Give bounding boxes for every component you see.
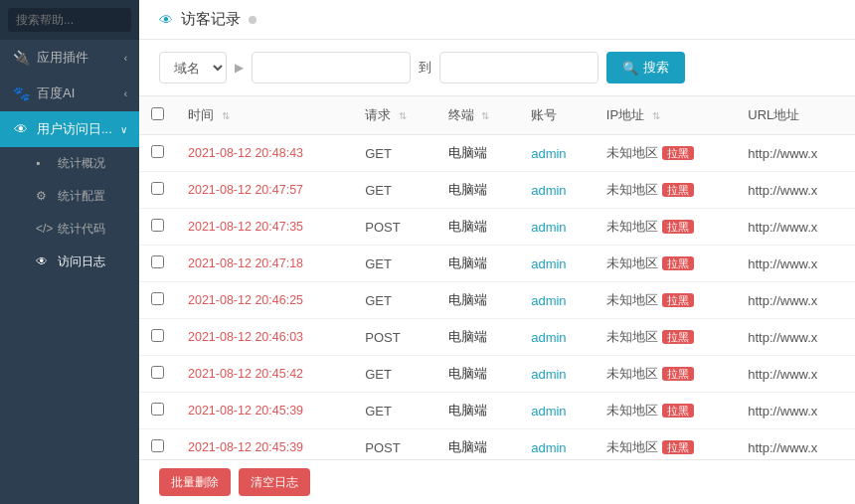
td-time-0: 2021-08-12 20:48:43 <box>176 135 353 172</box>
ban-badge-0[interactable]: 拉黑 <box>662 146 694 160</box>
search-input[interactable] <box>8 8 131 32</box>
gear-sidebar-icon: ⚙ <box>36 189 52 205</box>
clear-log-button[interactable]: 清空日志 <box>239 468 310 496</box>
row-checkbox-0[interactable] <box>151 145 164 158</box>
date-end-input[interactable] <box>439 52 598 84</box>
td-checkbox-1 <box>139 172 176 209</box>
td-account-5[interactable]: admin <box>519 319 595 356</box>
sidebar-item-stats-code[interactable]: </> 统计代码 <box>0 213 139 246</box>
ban-badge-2[interactable]: 拉黑 <box>662 220 694 234</box>
td-method-8: POST <box>353 429 435 460</box>
sidebar-item-stats-code-label: 统计代码 <box>58 221 105 238</box>
th-terminal: 终端 ⇅ <box>436 96 519 135</box>
sidebar-item-apps[interactable]: 🔌 应用插件 ‹ <box>0 40 139 76</box>
ban-badge-5[interactable]: 拉黑 <box>662 330 694 344</box>
sort-time-icon[interactable]: ⇅ <box>222 110 230 121</box>
td-method-1: GET <box>353 172 435 209</box>
sidebar-item-stats-config-label: 统计配置 <box>58 188 105 205</box>
ban-badge-7[interactable]: 拉黑 <box>662 404 694 418</box>
td-terminal-0: 电脑端 <box>436 135 519 172</box>
table-container: 时间 ⇅ 请求 ⇅ 终端 ⇅ 账号 IP地址 <box>139 96 855 459</box>
td-account-7[interactable]: admin <box>519 393 595 429</box>
td-account-8[interactable]: admin <box>519 429 595 460</box>
chevron-icon-3: ∨ <box>120 124 127 135</box>
table-row: 2021-08-12 20:45:39 POST 电脑端 admin 未知地区拉… <box>139 429 855 460</box>
search-button-label: 搜索 <box>643 59 669 77</box>
sidebar-item-baidu[interactable]: 🐾 百度AI ‹ <box>0 76 139 111</box>
sidebar-item-user-visit-label: 用户访问日... <box>37 120 112 138</box>
date-start-input[interactable] <box>252 52 411 84</box>
td-checkbox-7 <box>139 393 176 429</box>
batch-delete-button[interactable]: 批量删除 <box>159 468 231 496</box>
sort-ip-icon[interactable]: ⇅ <box>652 110 660 121</box>
td-checkbox-2 <box>139 209 176 246</box>
ban-badge-8[interactable]: 拉黑 <box>662 440 694 454</box>
eye-log-icon: 👁 <box>36 254 52 270</box>
td-checkbox-6 <box>139 356 176 393</box>
sidebar-item-visit-log[interactable]: 👁 访问日志 <box>0 246 139 278</box>
table-row: 2021-08-12 20:45:39 GET 电脑端 admin 未知地区拉黑… <box>139 393 855 429</box>
sidebar-item-stats-overview[interactable]: ▪ 统计概况 <box>0 147 139 180</box>
row-checkbox-6[interactable] <box>151 366 164 379</box>
domain-select[interactable]: 域名 <box>159 52 227 84</box>
td-account-0[interactable]: admin <box>519 135 595 172</box>
sidebar-item-visit-log-label: 访问日志 <box>58 253 105 270</box>
td-account-1[interactable]: admin <box>519 172 595 209</box>
chevron-icon: ‹ <box>124 53 127 64</box>
td-terminal-8: 电脑端 <box>436 429 519 460</box>
ban-badge-6[interactable]: 拉黑 <box>662 367 694 381</box>
td-method-5: POST <box>353 319 435 356</box>
td-account-2[interactable]: admin <box>519 209 595 246</box>
td-account-4[interactable]: admin <box>519 282 595 319</box>
sidebar-item-stats-config[interactable]: ⚙ 统计配置 <box>0 180 139 213</box>
row-checkbox-4[interactable] <box>151 292 164 305</box>
page-header: 👁 访客记录 <box>139 0 855 40</box>
chart-icon: ▪ <box>36 156 52 172</box>
td-method-4: GET <box>353 282 435 319</box>
td-terminal-1: 电脑端 <box>436 172 519 209</box>
filter-arrow-icon: ▶ <box>235 61 244 75</box>
th-time: 时间 ⇅ <box>176 96 353 135</box>
td-url-7: http://www.x <box>736 393 855 429</box>
td-method-6: GET <box>353 356 435 393</box>
search-button[interactable]: 🔍 搜索 <box>606 52 685 84</box>
th-url: URL地址 <box>736 96 855 135</box>
row-checkbox-5[interactable] <box>151 329 164 342</box>
td-url-5: http://www.x <box>736 319 855 356</box>
row-checkbox-3[interactable] <box>151 255 164 268</box>
td-method-3: GET <box>353 246 435 282</box>
sort-request-icon[interactable]: ⇅ <box>399 110 407 121</box>
td-time-6: 2021-08-12 20:45:42 <box>176 356 353 393</box>
eye-sidebar-icon: 👁 <box>12 120 30 138</box>
row-checkbox-8[interactable] <box>151 439 164 452</box>
chevron-icon-2: ‹ <box>124 88 127 99</box>
row-checkbox-7[interactable] <box>151 403 164 416</box>
ban-badge-4[interactable]: 拉黑 <box>662 293 694 307</box>
td-url-0: http://www.x <box>736 135 855 172</box>
td-ip-1: 未知地区拉黑 <box>595 172 736 209</box>
filter-bar: 域名 ▶ 到 🔍 搜索 <box>139 40 855 96</box>
td-time-1: 2021-08-12 20:47:57 <box>176 172 353 209</box>
td-account-6[interactable]: admin <box>519 356 595 393</box>
code-icon: </> <box>36 222 52 238</box>
table-row: 2021-08-12 20:48:43 GET 电脑端 admin 未知地区拉黑… <box>139 135 855 172</box>
row-checkbox-1[interactable] <box>151 182 164 195</box>
td-ip-7: 未知地区拉黑 <box>595 393 736 429</box>
td-method-2: POST <box>353 209 435 246</box>
ban-badge-1[interactable]: 拉黑 <box>662 183 694 197</box>
td-url-6: http://www.x <box>736 356 855 393</box>
page-title: 访客记录 <box>181 10 241 29</box>
sidebar-item-user-visit[interactable]: 👁 用户访问日... ∨ <box>0 111 139 147</box>
apps-icon: 🔌 <box>12 49 30 67</box>
sort-terminal-icon[interactable]: ⇅ <box>481 110 489 121</box>
sidebar-item-stats-overview-label: 统计概况 <box>58 155 105 172</box>
td-checkbox-8 <box>139 429 176 460</box>
td-terminal-6: 电脑端 <box>436 356 519 393</box>
row-checkbox-2[interactable] <box>151 219 164 232</box>
td-account-3[interactable]: admin <box>519 246 595 282</box>
td-ip-3: 未知地区拉黑 <box>595 246 736 282</box>
td-terminal-3: 电脑端 <box>436 246 519 282</box>
select-all-checkbox[interactable] <box>151 107 164 120</box>
ban-badge-3[interactable]: 拉黑 <box>662 256 694 270</box>
td-checkbox-5 <box>139 319 176 356</box>
